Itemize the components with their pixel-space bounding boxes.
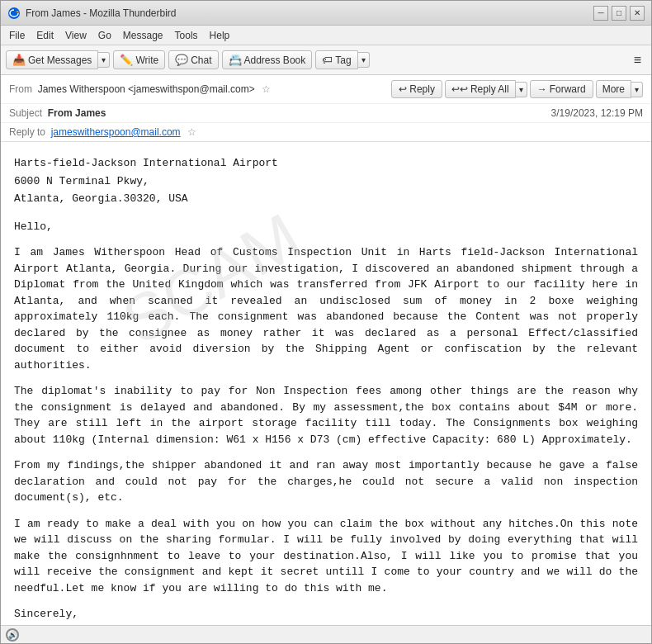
tag-icon: 🏷 <box>322 54 333 66</box>
email-body-wrapper: Harts-field-Jackson International Airpor… <box>1 142 651 625</box>
email-from-field: From James Witherspoon <jameswithspon@ma… <box>9 83 271 95</box>
address-book-label: Address Book <box>244 54 306 66</box>
toolbar: 📥 Get Messages ▾ ✏️ Write 💬 Chat 📇 Addre… <box>1 45 651 75</box>
title-bar-left: From James - Mozilla Thunderbird <box>7 7 177 20</box>
chat-label: Chat <box>191 54 211 66</box>
main-window: From James - Mozilla Thunderbird ─ □ ✕ F… <box>0 0 652 644</box>
status-icon: 🔊 <box>6 628 19 642</box>
reply-button[interactable]: ↩ Reply <box>391 80 442 98</box>
get-messages-button[interactable]: 📥 Get Messages <box>6 50 98 69</box>
reply-all-label: Reply All <box>470 83 509 95</box>
restore-button[interactable]: □ <box>612 6 626 21</box>
forward-label: Forward <box>550 83 586 95</box>
replyto-label: Reply to <box>9 126 48 138</box>
email-action-buttons: ↩ Reply ↩↩ Reply All ▾ → Forward More <box>391 80 643 98</box>
chat-icon: 💬 <box>175 54 188 66</box>
para3: From my findings,the shipper abandoned i… <box>14 457 638 506</box>
closing: Sincerely, <box>14 606 638 623</box>
menu-edit[interactable]: Edit <box>31 28 59 43</box>
para4: I am ready to make a deal with you on ho… <box>14 516 638 597</box>
subject-value: From James <box>48 107 106 119</box>
email-replyto-row: Reply to jameswitherspoon@mail.com ☆ <box>1 123 651 141</box>
get-messages-dropdown[interactable]: ▾ <box>98 52 110 68</box>
address-line2: 6000 N Terminal Pkwy, <box>14 173 638 190</box>
more-label: More <box>602 83 625 95</box>
tag-dropdown[interactable]: ▾ <box>358 52 370 68</box>
reply-label: Reply <box>409 83 435 95</box>
title-bar: From James - Mozilla Thunderbird ─ □ ✕ <box>1 1 651 26</box>
from-label: From <box>9 83 35 95</box>
forward-icon: → <box>537 83 547 95</box>
status-bar: 🔊 <box>1 625 651 643</box>
app-icon <box>7 7 21 20</box>
replyto-value: jameswitherspoon@mail.com <box>51 126 181 138</box>
address-line3: Atlanta, Georgia.30320, USA <box>14 191 638 207</box>
address-book-icon: 📇 <box>229 54 242 66</box>
chat-button[interactable]: 💬 Chat <box>168 50 218 69</box>
menu-message[interactable]: Message <box>118 28 168 43</box>
address-line1: Harts-field-Jackson International Airpor… <box>14 155 638 172</box>
email-header: From James Witherspoon <jameswithspon@ma… <box>1 75 651 142</box>
reply-all-button[interactable]: ↩↩ Reply All <box>445 80 516 98</box>
write-icon: ✏️ <box>120 54 133 66</box>
write-button[interactable]: ✏️ Write <box>113 50 165 69</box>
menu-go[interactable]: Go <box>93 28 116 43</box>
reply-all-icon: ↩↩ <box>451 83 468 95</box>
para2: The diplomat's inability to pay for Non … <box>14 383 638 447</box>
email-subject-field: Subject From James <box>9 107 106 119</box>
tag-button[interactable]: 🏷 Tag <box>315 50 357 69</box>
from-email: <jameswithspon@mail.com> <box>128 83 255 95</box>
reply-icon: ↩ <box>399 83 407 95</box>
close-button[interactable]: ✕ <box>630 6 645 21</box>
greeting: Hello, <box>14 219 638 235</box>
write-label: Write <box>135 54 158 66</box>
reply-all-button-group: ↩↩ Reply All ▾ <box>445 80 527 98</box>
menu-view[interactable]: View <box>60 28 92 43</box>
tag-button-group: 🏷 Tag ▾ <box>315 50 369 69</box>
get-messages-button-group: 📥 Get Messages ▾ <box>6 50 110 69</box>
hamburger-menu[interactable]: ≡ <box>629 51 646 69</box>
tag-label: Tag <box>335 54 351 66</box>
menu-help[interactable]: Help <box>205 28 235 43</box>
menu-bar: File Edit View Go Message Tools Help <box>1 26 651 45</box>
get-messages-label: Get Messages <box>28 54 92 66</box>
status-icon-symbol: 🔊 <box>8 631 17 639</box>
star-icon[interactable]: ☆ <box>262 83 271 95</box>
email-date: 3/19/2023, 12:19 PM <box>551 107 643 119</box>
para1: I am James Witherspoon Head of Customs I… <box>14 244 638 373</box>
get-messages-icon: 📥 <box>12 54 26 66</box>
address-book-button[interactable]: 📇 Address Book <box>222 50 313 69</box>
subject-label: Subject <box>9 107 45 119</box>
menu-tools[interactable]: Tools <box>170 28 203 43</box>
email-subject-row: Subject From James 3/19/2023, 12:19 PM <box>1 104 651 123</box>
reply-all-dropdown[interactable]: ▾ <box>516 82 527 97</box>
email-body: Harts-field-Jackson International Airpor… <box>1 142 651 625</box>
replyto-star-icon[interactable]: ☆ <box>187 126 196 138</box>
title-bar-controls: ─ □ ✕ <box>593 6 645 21</box>
from-name: James Witherspoon <box>38 83 125 95</box>
minimize-button[interactable]: ─ <box>593 6 608 21</box>
more-button[interactable]: More <box>596 80 631 98</box>
forward-button[interactable]: → Forward <box>530 80 593 98</box>
more-button-group: More ▾ <box>596 80 643 98</box>
menu-file[interactable]: File <box>4 28 30 43</box>
email-from-row: From James Witherspoon <jameswithspon@ma… <box>1 75 651 104</box>
more-dropdown[interactable]: ▾ <box>631 82 643 97</box>
title-bar-title: From James - Mozilla Thunderbird <box>26 7 177 19</box>
